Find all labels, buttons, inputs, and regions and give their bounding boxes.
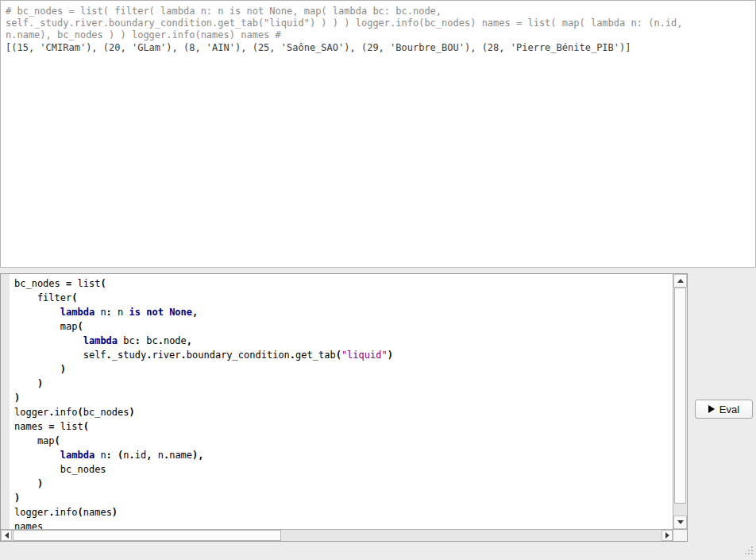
resize-grip-icon[interactable]	[742, 545, 754, 558]
scroll-up-button[interactable]	[673, 274, 687, 288]
eval-button[interactable]: Eval	[695, 400, 753, 419]
code-line: logger.info(names)	[14, 505, 673, 519]
code-line: map(	[14, 434, 673, 448]
scroll-right-button[interactable]	[662, 530, 673, 541]
horizontal-scrollbar[interactable]	[1, 529, 687, 541]
echo-line: # bc_nodes = list( filter( lambda n: n i…	[6, 6, 750, 17]
horizontal-scrollbar-track[interactable]	[12, 530, 662, 541]
scrollbar-corner	[673, 530, 687, 541]
command-result: [(15, 'CMIRam'), (20, 'GLam'), (8, 'AIN'…	[6, 42, 750, 54]
code-line: lambda n: n is not None,	[14, 305, 673, 319]
code-line: bc_nodes = list(	[14, 276, 673, 291]
code-line: lambda n: (n.id, n.name),	[14, 448, 673, 462]
code-line: )	[14, 491, 673, 505]
code-line: map(	[14, 319, 673, 334]
code-line: lambda bc: bc.node,	[14, 334, 673, 348]
scroll-down-icon	[677, 520, 684, 524]
vertical-scrollbar-thumb[interactable]	[674, 288, 686, 504]
code-line: logger.info(bc_nodes)	[14, 405, 673, 419]
echoed-command: # bc_nodes = list( filter( lambda n: n i…	[6, 6, 750, 41]
scroll-left-icon	[5, 532, 9, 539]
code-input-area[interactable]: bc_nodes = list( filter( lambda n: n is …	[10, 274, 673, 529]
eval-button-label: Eval	[719, 404, 739, 415]
echo-line: n.name), bc_nodes ) ) logger.info(names)…	[6, 29, 750, 41]
console-history-pane[interactable]: # bc_nodes = list( filter( lambda n: n i…	[0, 0, 756, 268]
code-editor[interactable]: bc_nodes = list( filter( lambda n: n is …	[0, 273, 688, 542]
code-line: )	[14, 377, 673, 391]
horizontal-scrollbar-thumb[interactable]	[13, 530, 281, 541]
scroll-left-button[interactable]	[1, 530, 12, 541]
code-line: filter(	[14, 291, 673, 305]
vertical-scrollbar[interactable]	[673, 274, 687, 529]
play-icon	[708, 405, 715, 413]
echo-line: self._study.river.boundary_condition.get…	[6, 17, 750, 29]
code-line: names	[14, 519, 673, 529]
code-line: names = list(	[14, 419, 673, 434]
code-line: )	[14, 477, 673, 491]
editor-margin-gutter	[1, 274, 10, 529]
code-line: bc_nodes	[14, 462, 673, 477]
scroll-right-icon	[665, 532, 669, 539]
code-line: self._study.river.boundary_condition.get…	[14, 348, 673, 362]
scroll-up-icon	[677, 279, 684, 283]
code-line: )	[14, 391, 673, 405]
vertical-scrollbar-track[interactable]	[673, 288, 687, 516]
code-line: )	[14, 362, 673, 377]
scroll-down-button[interactable]	[673, 516, 687, 529]
